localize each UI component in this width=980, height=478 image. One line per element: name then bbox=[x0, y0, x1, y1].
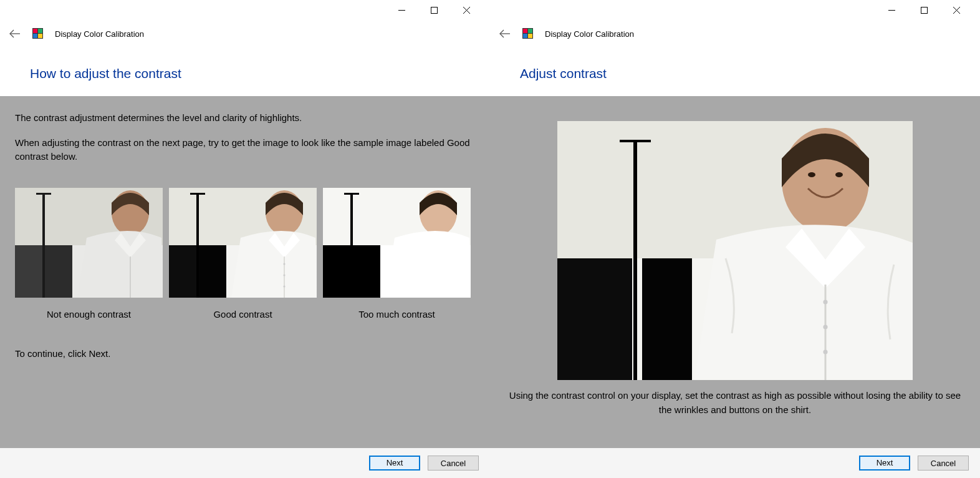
cancel-button[interactable]: Cancel bbox=[428, 456, 479, 471]
continue-text: To continue, click Next. bbox=[15, 348, 475, 359]
cancel-button[interactable]: Cancel bbox=[918, 456, 969, 471]
footer: Next Cancel bbox=[490, 448, 980, 478]
maximize-button[interactable] bbox=[425, 4, 443, 16]
back-arrow-icon[interactable] bbox=[499, 27, 511, 40]
svg-rect-15 bbox=[198, 245, 226, 298]
svg-rect-41 bbox=[633, 140, 637, 380]
titlebar bbox=[490, 0, 980, 20]
svg-rect-10 bbox=[36, 193, 51, 195]
sample-not-enough: Not enough contrast bbox=[15, 188, 163, 319]
window-adjust-contrast: Display Color Calibration Adjust contras… bbox=[490, 0, 980, 478]
intro-text: The contrast adjustment determines the l… bbox=[15, 111, 475, 174]
svg-rect-42 bbox=[620, 140, 651, 142]
svg-rect-39 bbox=[642, 258, 692, 380]
heading-area: Adjust contrast bbox=[490, 47, 980, 96]
close-button[interactable] bbox=[948, 4, 965, 16]
heading-area: How to adjust the contrast bbox=[0, 47, 490, 96]
svg-rect-1 bbox=[431, 7, 437, 13]
window-how-to-adjust-contrast: Display Color Calibration How to adjust … bbox=[0, 0, 490, 478]
intro-para-1: The contrast adjustment determines the l… bbox=[15, 111, 475, 125]
svg-point-49 bbox=[823, 349, 827, 354]
sample-label-not-enough: Not enough contrast bbox=[15, 309, 163, 319]
svg-rect-37 bbox=[557, 258, 632, 380]
window-controls bbox=[883, 4, 980, 16]
back-arrow-icon[interactable] bbox=[9, 27, 21, 40]
maximize-button[interactable] bbox=[915, 4, 933, 16]
page-heading: How to adjust the contrast bbox=[30, 66, 490, 81]
sample-label-good: Good contrast bbox=[169, 309, 317, 319]
svg-rect-26 bbox=[352, 245, 380, 298]
svg-point-44 bbox=[808, 172, 815, 177]
svg-rect-32 bbox=[921, 7, 927, 13]
sample-label-too-much: Too much contrast bbox=[323, 309, 471, 319]
sample-image-too-much bbox=[323, 188, 471, 298]
svg-point-23 bbox=[283, 286, 285, 288]
instruction-text: Using the contrast control on your displ… bbox=[501, 389, 969, 417]
footer: Next Cancel bbox=[0, 448, 490, 478]
sample-image-good bbox=[169, 188, 317, 298]
svg-point-47 bbox=[823, 300, 827, 304]
svg-point-22 bbox=[283, 275, 285, 276]
sample-image-not-enough bbox=[15, 188, 163, 298]
content-area: Using the contrast control on your displ… bbox=[490, 96, 980, 448]
header: Display Color Calibration bbox=[490, 20, 980, 47]
minimize-button[interactable] bbox=[883, 4, 900, 16]
sample-good: Good contrast bbox=[169, 188, 317, 319]
app-icon bbox=[522, 28, 534, 39]
svg-rect-14 bbox=[169, 245, 198, 298]
reference-image-area: Using the contrast control on your displ… bbox=[501, 96, 969, 443]
svg-point-21 bbox=[283, 263, 285, 265]
sample-images-row: Not enough contrast bbox=[15, 188, 475, 319]
next-button[interactable]: Next bbox=[369, 456, 420, 471]
sample-too-much: Too much contrast bbox=[323, 188, 471, 319]
intro-para-2: When adjusting the contrast on the next … bbox=[15, 136, 475, 163]
content-area: The contrast adjustment determines the l… bbox=[0, 96, 490, 448]
app-icon bbox=[32, 28, 44, 39]
next-button[interactable]: Next bbox=[859, 456, 910, 471]
svg-rect-17 bbox=[196, 193, 199, 298]
page-heading: Adjust contrast bbox=[520, 66, 980, 81]
titlebar bbox=[0, 0, 490, 20]
svg-rect-7 bbox=[44, 245, 72, 298]
reference-image bbox=[557, 121, 913, 380]
svg-rect-18 bbox=[190, 193, 205, 195]
svg-point-45 bbox=[835, 172, 843, 177]
close-button[interactable] bbox=[458, 4, 475, 16]
window-controls bbox=[393, 4, 490, 16]
minimize-button[interactable] bbox=[393, 4, 410, 16]
svg-rect-29 bbox=[344, 193, 359, 195]
svg-rect-28 bbox=[350, 193, 353, 298]
app-title: Display Color Calibration bbox=[545, 29, 634, 39]
app-title: Display Color Calibration bbox=[55, 29, 144, 39]
svg-rect-25 bbox=[323, 245, 352, 298]
svg-rect-9 bbox=[42, 193, 45, 298]
svg-rect-6 bbox=[15, 245, 44, 298]
svg-point-48 bbox=[823, 324, 827, 329]
header: Display Color Calibration bbox=[0, 20, 490, 47]
